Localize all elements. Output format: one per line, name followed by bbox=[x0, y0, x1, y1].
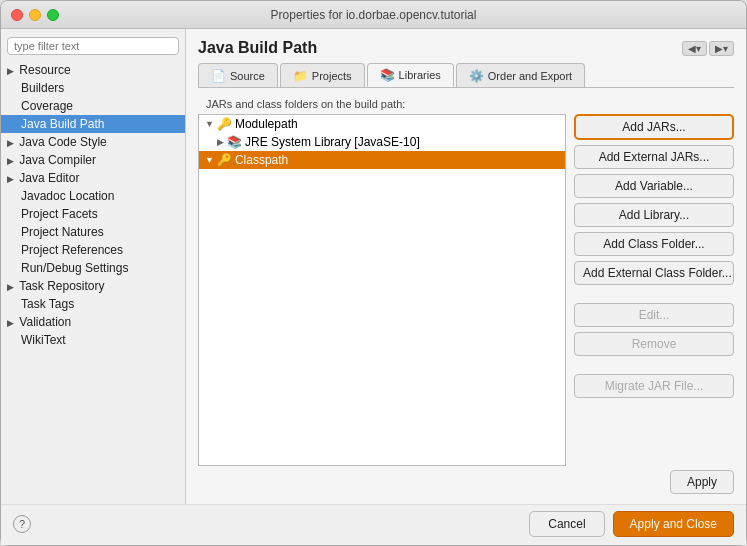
sidebar-item-label: Java Editor bbox=[19, 171, 79, 185]
sidebar-item-builders[interactable]: Builders bbox=[1, 79, 185, 97]
tree-item-label: Modulepath bbox=[235, 117, 298, 131]
content-area: ▼ 🔑 Modulepath ▶ 📚 JRE System Library [J… bbox=[198, 114, 734, 466]
tree-arrow-icon: ▼ bbox=[205, 119, 214, 129]
modulepath-icon: 🔑 bbox=[217, 117, 232, 131]
classpath-icon: 🔑 bbox=[217, 153, 232, 167]
tree-item-label: Classpath bbox=[235, 153, 288, 167]
nav-arrows: ◀▾ ▶▾ bbox=[682, 41, 734, 56]
tree-arrow-icon: ▶ bbox=[217, 137, 224, 147]
arrow-icon: ▶ bbox=[7, 282, 14, 292]
sidebar-item-label: WikiText bbox=[21, 333, 66, 347]
apply-row: Apply bbox=[198, 466, 734, 496]
help-icon: ? bbox=[19, 518, 25, 530]
sidebar-item-project-facets[interactable]: Project Facets bbox=[1, 205, 185, 223]
tabs-bar: 📄 Source 📁 Projects 📚 Libraries ⚙️ Order… bbox=[198, 63, 734, 88]
sidebar-item-validation[interactable]: ▶ Validation bbox=[1, 313, 185, 331]
add-jars-button[interactable]: Add JARs... bbox=[574, 114, 734, 140]
sidebar-item-label: Validation bbox=[19, 315, 71, 329]
add-external-jars-button[interactable]: Add External JARs... bbox=[574, 145, 734, 169]
apply-close-button[interactable]: Apply and Close bbox=[613, 511, 734, 537]
tab-projects-label: Projects bbox=[312, 70, 352, 82]
close-button[interactable] bbox=[11, 9, 23, 21]
tree-arrow-icon: ▼ bbox=[205, 155, 214, 165]
sidebar-item-label: Resource bbox=[19, 63, 70, 77]
sidebar-item-project-references[interactable]: Project References bbox=[1, 241, 185, 259]
tree-item-classpath[interactable]: ▼ 🔑 Classpath bbox=[199, 151, 565, 169]
sidebar-item-label: Project Natures bbox=[21, 225, 104, 239]
tab-projects[interactable]: 📁 Projects bbox=[280, 63, 365, 87]
tab-libraries[interactable]: 📚 Libraries bbox=[367, 63, 454, 87]
bottom-bar: ? Cancel Apply and Close bbox=[1, 504, 746, 545]
sidebar-item-run-debug[interactable]: Run/Debug Settings bbox=[1, 259, 185, 277]
sidebar-item-java-compiler[interactable]: ▶ Java Compiler bbox=[1, 151, 185, 169]
minimize-button[interactable] bbox=[29, 9, 41, 21]
window-title: Properties for io.dorbae.opencv.tutorial bbox=[271, 8, 477, 22]
right-panel: Java Build Path ◀▾ ▶▾ 📄 Source 📁 Project… bbox=[186, 29, 746, 504]
traffic-lights bbox=[11, 9, 59, 21]
sidebar: ▶ Resource Builders Coverage Java Build … bbox=[1, 29, 186, 504]
arrow-icon: ▶ bbox=[7, 156, 14, 166]
add-library-button[interactable]: Add Library... bbox=[574, 203, 734, 227]
tab-libraries-label: Libraries bbox=[399, 69, 441, 81]
sidebar-item-label: Project References bbox=[21, 243, 123, 257]
tree-item-modulepath[interactable]: ▼ 🔑 Modulepath bbox=[199, 115, 565, 133]
sidebar-item-java-editor[interactable]: ▶ Java Editor bbox=[1, 169, 185, 187]
libraries-tab-icon: 📚 bbox=[380, 68, 395, 82]
sidebar-item-javadoc-location[interactable]: Javadoc Location bbox=[1, 187, 185, 205]
sidebar-item-label: Task Tags bbox=[21, 297, 74, 311]
buttons-panel: Add JARs... Add External JARs... Add Var… bbox=[574, 114, 734, 466]
filter-input[interactable] bbox=[7, 37, 179, 55]
sidebar-item-label: Coverage bbox=[21, 99, 73, 113]
bottom-right-buttons: Cancel Apply and Close bbox=[529, 511, 734, 537]
panel-header: Java Build Path ◀▾ ▶▾ bbox=[198, 39, 734, 57]
remove-button[interactable]: Remove bbox=[574, 332, 734, 356]
sidebar-item-label: Run/Debug Settings bbox=[21, 261, 128, 275]
sidebar-item-label: Java Code Style bbox=[19, 135, 106, 149]
sidebar-item-label: Java Compiler bbox=[19, 153, 96, 167]
sidebar-item-coverage[interactable]: Coverage bbox=[1, 97, 185, 115]
sidebar-item-label: Java Build Path bbox=[21, 117, 104, 131]
sidebar-item-resource[interactable]: ▶ Resource bbox=[1, 61, 185, 79]
arrow-icon: ▶ bbox=[7, 66, 14, 76]
help-button[interactable]: ? bbox=[13, 515, 31, 533]
jre-icon: 📚 bbox=[227, 135, 242, 149]
arrow-icon: ▶ bbox=[7, 318, 14, 328]
edit-button[interactable]: Edit... bbox=[574, 303, 734, 327]
sidebar-item-task-tags[interactable]: Task Tags bbox=[1, 295, 185, 313]
apply-button[interactable]: Apply bbox=[670, 470, 734, 494]
build-path-tree[interactable]: ▼ 🔑 Modulepath ▶ 📚 JRE System Library [J… bbox=[198, 114, 566, 466]
nav-back-button[interactable]: ◀▾ bbox=[682, 41, 707, 56]
maximize-button[interactable] bbox=[47, 9, 59, 21]
sidebar-item-task-repository[interactable]: ▶ Task Repository bbox=[1, 277, 185, 295]
sidebar-item-label: Project Facets bbox=[21, 207, 98, 221]
projects-tab-icon: 📁 bbox=[293, 69, 308, 83]
main-content: ▶ Resource Builders Coverage Java Build … bbox=[1, 29, 746, 504]
window: Properties for io.dorbae.opencv.tutorial… bbox=[0, 0, 747, 546]
tree-description: JARs and class folders on the build path… bbox=[198, 94, 734, 114]
titlebar: Properties for io.dorbae.opencv.tutorial bbox=[1, 1, 746, 29]
sidebar-item-wikitext[interactable]: WikiText bbox=[1, 331, 185, 349]
migrate-jar-button[interactable]: Migrate JAR File... bbox=[574, 374, 734, 398]
add-external-class-folder-button[interactable]: Add External Class Folder... bbox=[574, 261, 734, 285]
tab-order-export-label: Order and Export bbox=[488, 70, 572, 82]
add-class-folder-button[interactable]: Add Class Folder... bbox=[574, 232, 734, 256]
sidebar-item-label: Task Repository bbox=[19, 279, 104, 293]
source-tab-icon: 📄 bbox=[211, 69, 226, 83]
sidebar-item-java-build-path[interactable]: Java Build Path bbox=[1, 115, 185, 133]
nav-forward-button[interactable]: ▶▾ bbox=[709, 41, 734, 56]
add-variable-button[interactable]: Add Variable... bbox=[574, 174, 734, 198]
sidebar-item-label: Javadoc Location bbox=[21, 189, 114, 203]
tab-source-label: Source bbox=[230, 70, 265, 82]
tree-item-jre[interactable]: ▶ 📚 JRE System Library [JavaSE-10] bbox=[199, 133, 565, 151]
tab-order-export[interactable]: ⚙️ Order and Export bbox=[456, 63, 585, 87]
arrow-icon: ▶ bbox=[7, 138, 14, 148]
arrow-icon: ▶ bbox=[7, 174, 14, 184]
tree-item-label: JRE System Library [JavaSE-10] bbox=[245, 135, 420, 149]
tab-source[interactable]: 📄 Source bbox=[198, 63, 278, 87]
cancel-button[interactable]: Cancel bbox=[529, 511, 604, 537]
panel-title: Java Build Path bbox=[198, 39, 317, 57]
sidebar-item-project-natures[interactable]: Project Natures bbox=[1, 223, 185, 241]
sidebar-item-label: Builders bbox=[21, 81, 64, 95]
order-export-tab-icon: ⚙️ bbox=[469, 69, 484, 83]
sidebar-item-java-code-style[interactable]: ▶ Java Code Style bbox=[1, 133, 185, 151]
